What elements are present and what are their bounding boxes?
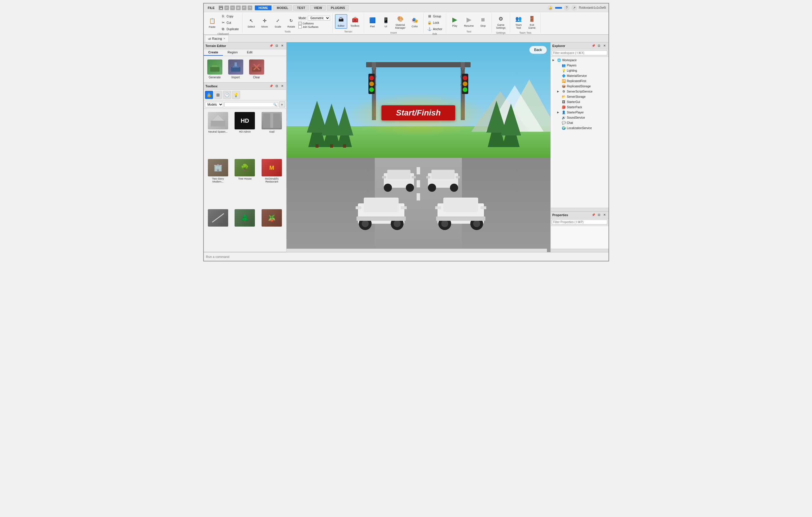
fwd-icon[interactable]: ↷ bbox=[248, 5, 252, 10]
mode-select[interactable]: Geometric bbox=[308, 16, 330, 21]
filter-options-button[interactable]: ≡ bbox=[279, 101, 285, 108]
toolbox-item-road[interactable]: road bbox=[259, 111, 285, 156]
share-icon[interactable]: ↗ bbox=[571, 5, 577, 11]
viewport-scrollbar-horizontal[interactable] bbox=[287, 249, 547, 252]
tree-workspace[interactable]: ▶ 🌐 Workspace bbox=[551, 57, 608, 63]
nav-icon[interactable]: ⊞ bbox=[236, 5, 241, 10]
terrain-pin-icon[interactable]: 📌 bbox=[269, 43, 273, 48]
tree-sound-service[interactable]: 🔊 SoundService bbox=[551, 115, 608, 120]
toolbox-button[interactable]: 🧰 Toolbox bbox=[348, 14, 361, 29]
select-button[interactable]: ↖ Select bbox=[245, 15, 257, 30]
toolbox-item-tree-house[interactable]: 🌳 Tree House bbox=[232, 157, 258, 206]
copy-button[interactable]: ⎘ Copy bbox=[220, 13, 240, 19]
ui-button[interactable]: 📱 UI bbox=[380, 15, 392, 29]
toolbox-filter-grid[interactable]: ⊞ bbox=[214, 91, 222, 99]
move-button[interactable]: ✛ Move bbox=[258, 15, 270, 30]
file-menu[interactable]: FILE bbox=[206, 5, 216, 10]
explorer-pin-icon[interactable]: 📌 bbox=[591, 43, 596, 48]
terrain-tab-edit[interactable]: Edit bbox=[242, 49, 257, 56]
tab-plugins[interactable]: PLUGINS bbox=[327, 5, 349, 10]
scale-button[interactable]: ⤢ Scale bbox=[272, 15, 284, 30]
toolbox-close-icon[interactable]: ✕ bbox=[280, 84, 285, 89]
toolbox-filter-lock[interactable]: 🔒 bbox=[205, 91, 213, 99]
properties-scrollbar-horizontal[interactable] bbox=[551, 249, 608, 252]
collisions-checkbox[interactable] bbox=[298, 22, 301, 25]
terrain-expand-icon[interactable]: ⊡ bbox=[274, 43, 279, 48]
stop-button[interactable]: ⏹ Stop bbox=[477, 14, 489, 29]
properties-pin-icon[interactable]: 📌 bbox=[591, 213, 596, 217]
anchor-button[interactable]: ⚓ Anchor bbox=[426, 26, 444, 32]
search-input[interactable] bbox=[226, 103, 272, 106]
terrain-tab-create[interactable]: Create bbox=[204, 49, 223, 56]
tree-starter-pack[interactable]: 🎒 StarterPack bbox=[551, 104, 608, 110]
terrain-close-icon[interactable]: ✕ bbox=[280, 43, 285, 48]
properties-expand-icon[interactable]: ⊡ bbox=[597, 213, 601, 217]
tree-replicated-first[interactable]: 🔁 ReplicatedFirst bbox=[551, 78, 608, 84]
lock-button[interactable]: 🔒 Lock bbox=[426, 20, 444, 26]
team-test-button[interactable]: 👥 TeamTest bbox=[513, 13, 525, 31]
tree-lighting[interactable]: 💡 Lighting bbox=[551, 68, 608, 73]
help-icon[interactable]: ? bbox=[564, 5, 570, 11]
toolbox-item-misc2[interactable]: 🌲 bbox=[232, 208, 258, 250]
save-icon[interactable]: 💾 bbox=[219, 5, 223, 10]
material-manager-button[interactable]: 🎨 MaterialManager bbox=[393, 13, 408, 31]
tree-players[interactable]: 👥 Players bbox=[551, 63, 608, 68]
toolbox-expand-icon[interactable]: ⊡ bbox=[274, 84, 279, 89]
toolbox-filter-bulb[interactable]: 💡 bbox=[232, 91, 240, 99]
part-button[interactable]: 🟦 Part bbox=[366, 15, 379, 29]
toolbox-item-misc3[interactable]: 🪴 bbox=[259, 208, 285, 250]
toolbox-item-mcdonalds[interactable]: M McDonald's Restaurant bbox=[259, 157, 285, 206]
viewport[interactable]: Start/Finish bbox=[287, 42, 550, 252]
toolbox-item-misc1[interactable] bbox=[206, 208, 231, 250]
racing-tab-close[interactable]: ✕ bbox=[223, 37, 226, 40]
rotate-button[interactable]: ↻ Rotate bbox=[285, 15, 297, 30]
toolbox-item-two-story[interactable]: 🏢 Two-Story Modern... bbox=[206, 157, 231, 206]
join-checkbox[interactable] bbox=[298, 25, 301, 28]
group-button[interactable]: ⊞ Group bbox=[426, 13, 444, 19]
home-icon2[interactable]: ↶ bbox=[242, 5, 246, 10]
game-settings-button[interactable]: ⚙ GameSettings bbox=[494, 13, 508, 31]
import-item[interactable]: Import bbox=[228, 59, 243, 79]
toolbox-filter-clock[interactable]: 🕐 bbox=[223, 91, 231, 99]
cut-button[interactable]: ✂ Cut bbox=[220, 20, 240, 26]
tree-material-service[interactable]: 🔷 MaterialService bbox=[551, 73, 608, 78]
tree-chat[interactable]: 💬 Chat bbox=[551, 120, 608, 125]
collisions-check[interactable]: Collisions bbox=[298, 22, 330, 25]
resume-button[interactable]: ▶ Resume bbox=[462, 14, 476, 29]
editor-button[interactable]: 🏔 Editor bbox=[335, 14, 347, 29]
explorer-scrollbar-horizontal[interactable] bbox=[551, 208, 608, 211]
back-button[interactable]: Back bbox=[529, 46, 547, 54]
undo-icon[interactable]: ↩ bbox=[224, 5, 229, 10]
models-select[interactable]: Models bbox=[205, 102, 223, 108]
redo-icon[interactable]: ↪ bbox=[230, 5, 235, 10]
explorer-expand-icon[interactable]: ⊡ bbox=[597, 43, 601, 48]
tab-model[interactable]: MODEL bbox=[273, 5, 292, 10]
tree-starter-player[interactable]: ▶ 👤 StarterPlayer bbox=[551, 110, 608, 115]
explorer-close-icon[interactable]: ✕ bbox=[602, 43, 607, 48]
properties-filter-input[interactable] bbox=[552, 220, 607, 224]
generate-item[interactable]: Generate bbox=[207, 59, 222, 79]
racing-tab[interactable]: 🏎 Racing ✕ bbox=[205, 35, 229, 42]
tree-starter-gui[interactable]: 🖼 StarterGui bbox=[551, 99, 608, 104]
explorer-filter-input[interactable] bbox=[552, 51, 607, 55]
command-input[interactable] bbox=[206, 255, 606, 258]
toolbox-item-neutral-spawn[interactable]: Neutral Spawn... bbox=[206, 111, 231, 156]
tree-replicated-storage[interactable]: 📦 ReplicatedStorage bbox=[551, 84, 608, 89]
duplicate-button[interactable]: ⧉ Duplicate bbox=[220, 26, 240, 32]
collaborate-button[interactable] bbox=[555, 7, 562, 9]
tab-test[interactable]: TEST bbox=[293, 5, 309, 10]
properties-close-icon[interactable]: ✕ bbox=[602, 213, 607, 217]
paste-button[interactable]: 📋 Paste bbox=[206, 16, 218, 30]
join-surfaces-check[interactable]: Join Surfaces bbox=[298, 25, 330, 28]
clear-item[interactable]: Clear bbox=[249, 59, 264, 79]
notifications-icon[interactable]: 🔔 bbox=[548, 5, 553, 11]
tab-view[interactable]: VIEW bbox=[310, 5, 326, 10]
exit-game-button[interactable]: 🚪 ExitGame bbox=[526, 13, 538, 31]
toolbox-item-hd-admin[interactable]: HD HD Admin bbox=[232, 111, 258, 156]
tree-server-script[interactable]: ▶ ⚙ ServerScriptService bbox=[551, 89, 608, 94]
play-button[interactable]: ▶ Play bbox=[448, 14, 461, 29]
tab-home[interactable]: HOME bbox=[255, 5, 272, 10]
terrain-tab-region[interactable]: Region bbox=[223, 49, 242, 56]
toolbox-pin-icon[interactable]: 📌 bbox=[269, 84, 273, 89]
tree-server-storage[interactable]: 📂 ServerStorage bbox=[551, 94, 608, 99]
